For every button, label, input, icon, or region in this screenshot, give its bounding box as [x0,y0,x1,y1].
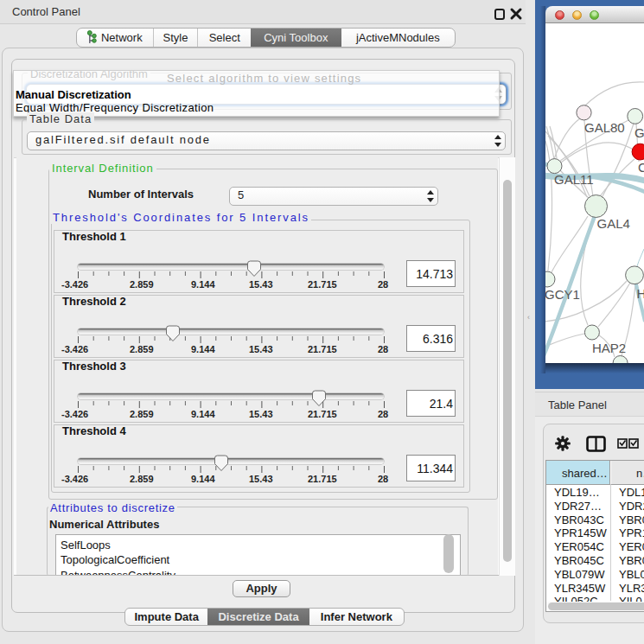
svg-text:GAL11: GAL11 [554,172,594,187]
svg-text:GAL4: GAL4 [597,216,630,231]
svg-text:GA: GA [634,125,644,140]
svg-text:GCY1: GCY1 [545,287,580,302]
svg-text:HAP2: HAP2 [592,341,626,355]
svg-text:C: C [638,160,644,175]
svg-text:GAL80: GAL80 [584,120,625,135]
svg-text:H: H [637,286,644,301]
